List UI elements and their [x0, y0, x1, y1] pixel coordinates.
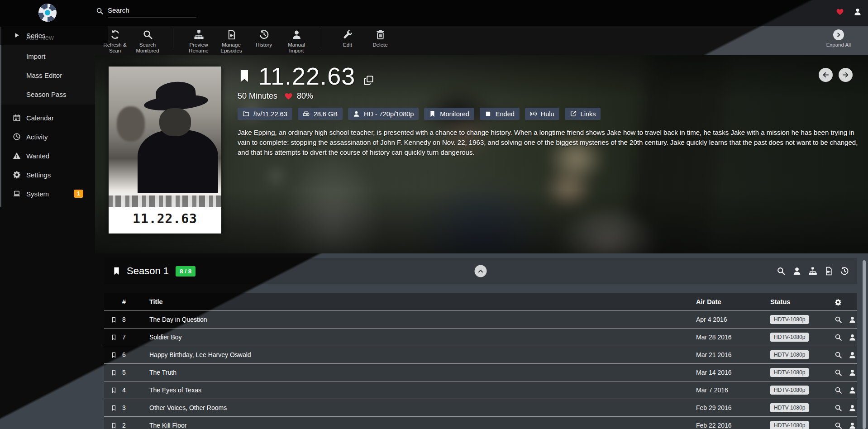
sidebar-item-settings[interactable]: Settings [0, 165, 95, 184]
season-interactive-search-icon[interactable] [792, 267, 801, 276]
sidebar-item-import[interactable]: Import [0, 47, 95, 66]
preview-rename-button[interactable]: Preview Rename [182, 26, 215, 53]
episode-title[interactable]: Other Voices, Other Rooms [138, 404, 696, 411]
season-section: Season 1 8 / 8 # Title Air Date Status [104, 258, 857, 429]
previous-series-button[interactable] [819, 68, 833, 82]
path-badge[interactable]: /tv/11.22.63 [238, 108, 292, 120]
series-monitored-bookmark-icon[interactable] [238, 67, 251, 86]
manual-import-button[interactable]: Manual Import [280, 26, 313, 53]
episode-manual-search-icon[interactable] [849, 422, 856, 429]
toolbar-button-label: Search Monitored [131, 42, 164, 53]
play-icon [13, 32, 21, 38]
season-header: Season 1 8 / 8 [104, 258, 857, 284]
size-badge[interactable]: 28.6 GB [298, 108, 343, 120]
collapse-season-button[interactable] [475, 265, 487, 277]
episode-bookmark-outline-icon[interactable] [111, 404, 117, 412]
sidebar-item-series[interactable]: Series [0, 26, 108, 45]
episode-manual-search-icon[interactable] [849, 351, 856, 359]
episode-title[interactable]: The Kill Floor [138, 422, 696, 429]
sidebar-item-activity[interactable]: Activity [0, 127, 95, 146]
edit-button[interactable]: Edit [331, 26, 364, 48]
episode-actions [819, 404, 857, 412]
table-options-gear-icon[interactable] [835, 299, 842, 306]
search-input[interactable] [108, 6, 196, 18]
sidebar-item-season-pass[interactable]: Season Pass [0, 85, 95, 104]
header-status: Status [770, 298, 819, 305]
sidebar-item-wanted[interactable]: Wanted [0, 146, 95, 165]
episode-title[interactable]: The Truth [138, 369, 696, 376]
expand-all-button[interactable]: Expand All [822, 26, 855, 48]
quality-profile-badge[interactable]: HD - 720p/1080p [348, 108, 419, 120]
episode-row: 8The Day in QuestionApr 4 2016HDTV-1080p [104, 311, 857, 329]
episode-number: 6 [122, 351, 138, 358]
manage-episodes-button[interactable]: Manage Episodes [215, 26, 248, 53]
episode-row: 3Other Voices, Other RoomsFeb 29 2016HDT… [104, 399, 857, 417]
user-icon [291, 29, 302, 40]
episode-manual-search-icon[interactable] [849, 386, 856, 394]
network-badge[interactable]: Hulu [525, 108, 559, 120]
episode-bookmark-outline-icon[interactable] [111, 369, 117, 377]
episode-manual-search-icon[interactable] [849, 404, 856, 412]
season-manage-episodes-icon[interactable] [824, 267, 833, 276]
sidebar-scrollbar[interactable] [0, 27, 1, 207]
gears-icon [13, 171, 21, 179]
episode-auto-search-icon[interactable] [835, 369, 842, 377]
quality-badge: HDTV-1080p [770, 368, 809, 377]
episode-title[interactable]: The Eyes of Texas [138, 386, 696, 394]
delete-button[interactable]: Delete [364, 26, 396, 48]
episode-title[interactable]: Soldier Boy [138, 334, 696, 341]
season-history-icon[interactable] [840, 267, 849, 276]
account-user-icon[interactable] [854, 8, 862, 16]
episode-bookmark-outline-icon[interactable] [111, 351, 117, 359]
episode-bookmark-outline-icon[interactable] [111, 316, 117, 324]
history-button[interactable]: History [248, 26, 280, 48]
search-monitored-button[interactable]: Search Monitored [131, 26, 164, 53]
sidebar-item-system[interactable]: System 1 [0, 184, 95, 203]
episode-air-date: Mar 14 2016 [696, 369, 770, 376]
episode-auto-search-icon[interactable] [835, 351, 842, 359]
file-video-icon [226, 29, 237, 40]
episode-manual-search-icon[interactable] [849, 334, 856, 341]
episode-actions [819, 369, 857, 377]
episode-auto-search-icon[interactable] [835, 404, 842, 412]
monitored-badge[interactable]: Monitored [424, 108, 474, 120]
season-search-icon[interactable] [777, 267, 786, 276]
episode-actions [819, 386, 857, 394]
clock-icon [13, 133, 21, 141]
episode-manual-search-icon[interactable] [849, 369, 856, 377]
episode-title[interactable]: The Day in Question [138, 316, 696, 323]
page-scrollbar[interactable] [863, 260, 866, 429]
sonarr-logo-icon[interactable] [38, 4, 57, 22]
toolbar-separator [173, 28, 173, 48]
series-title: 11.22.63 [258, 62, 355, 90]
episode-auto-search-icon[interactable] [835, 316, 842, 324]
episode-auto-search-icon[interactable] [835, 422, 842, 429]
broadcast-tower-icon [530, 110, 537, 117]
episode-status-cell: HDTV-1080p [770, 403, 819, 412]
season-monitored-bookmark-icon[interactable] [112, 265, 121, 277]
episode-manual-search-icon[interactable] [849, 316, 856, 324]
status-badge[interactable]: Ended [480, 108, 520, 120]
episode-status-cell: HDTV-1080p [770, 350, 819, 359]
episode-actions [819, 422, 857, 429]
copy-title-icon[interactable] [363, 75, 374, 86]
header-air-date: Air Date [696, 298, 770, 305]
quality-badge: HDTV-1080p [770, 386, 809, 395]
episode-auto-search-icon[interactable] [835, 386, 842, 394]
quality-badge: HDTV-1080p [770, 315, 809, 324]
episode-bookmark-outline-icon[interactable] [111, 386, 117, 394]
links-badge[interactable]: Links [565, 108, 601, 120]
episode-bookmark-outline-icon[interactable] [111, 334, 117, 341]
donate-heart-icon[interactable] [836, 8, 844, 16]
episode-air-date: Mar 7 2016 [696, 386, 770, 394]
header-title: Title [138, 298, 696, 305]
episode-bookmark-outline-icon[interactable] [111, 422, 117, 429]
episode-auto-search-icon[interactable] [835, 334, 842, 341]
episode-number: 2 [122, 422, 138, 429]
wrench-icon [343, 29, 353, 40]
next-series-button[interactable] [839, 68, 853, 82]
episode-title[interactable]: Happy Birthday, Lee Harvey Oswald [138, 351, 696, 358]
sidebar-item-mass-editor[interactable]: Mass Editor [0, 66, 95, 85]
season-rename-icon[interactable] [808, 267, 817, 276]
sidebar-item-calendar[interactable]: Calendar [0, 108, 95, 127]
